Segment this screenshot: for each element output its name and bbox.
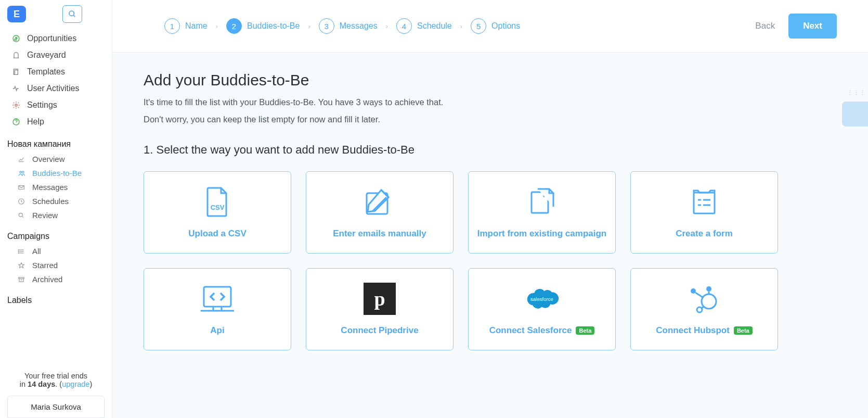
section-title: 1. Select the way you want to add new Bu… <box>144 143 837 157</box>
step-label: Name <box>185 21 208 31</box>
hubspot-icon <box>688 283 720 315</box>
nav-label: Starred <box>32 261 58 270</box>
card-enter-manually[interactable]: Enter emails manually <box>306 171 454 254</box>
campaign-nav-review[interactable]: Review <box>0 208 112 222</box>
campaigns-nav-starred[interactable]: Starred <box>0 258 112 272</box>
svg-rect-27 <box>204 287 231 307</box>
svg-rect-4 <box>15 70 18 75</box>
campaign-nav-schedules[interactable]: Schedules <box>0 194 112 208</box>
nav-graveyard[interactable]: Graveyard <box>0 47 112 64</box>
activity-icon <box>11 84 21 93</box>
side-tab[interactable] <box>842 102 868 126</box>
svg-point-11 <box>19 213 22 217</box>
nav-label: Buddies-to-Be <box>32 169 82 178</box>
step-num: 1 <box>164 18 180 34</box>
svg-line-34 <box>695 293 703 297</box>
campaigns-nav-archived[interactable]: Archived <box>0 272 112 286</box>
step-schedule[interactable]: 4Schedule <box>396 18 452 34</box>
card-upload-csv[interactable]: CSV Upload a CSV <box>144 171 291 254</box>
campaigns-nav-all[interactable]: All <box>0 244 112 258</box>
upgrade-link[interactable]: upgrade <box>62 380 89 388</box>
edit-icon <box>361 186 398 218</box>
nav-label: Opportunities <box>27 34 76 43</box>
chevron-right-icon: › <box>386 22 388 30</box>
step-num: 2 <box>226 18 242 34</box>
nav-user-activities[interactable]: User Activities <box>0 80 112 97</box>
topbar: 1Name › 2Buddies-to-Be › 3Messages › 4Sc… <box>112 0 868 53</box>
page-description-1: It's time to fill the list with your Bud… <box>144 97 837 107</box>
csv-file-icon: CSV <box>204 186 230 218</box>
nav-label: Help <box>27 117 44 126</box>
nav-settings[interactable]: Settings <box>0 97 112 113</box>
card-label: Connect HubspotBeta <box>656 325 753 336</box>
card-label: Connect Pipedrive <box>341 325 418 336</box>
step-label: Messages <box>340 21 378 31</box>
nav-label: Templates <box>27 67 65 77</box>
svg-point-0 <box>69 11 74 16</box>
card-label: Create a form <box>676 229 733 239</box>
card-pipedrive[interactable]: p Connect Pipedrive <box>306 268 454 350</box>
trial-notice: Your free trial ends in 14 days. (upgrad… <box>0 365 112 388</box>
card-salesforce[interactable]: salesforce Connect SalesforceBeta <box>468 268 616 350</box>
step-options[interactable]: 5Options <box>471 18 520 34</box>
svg-line-35 <box>701 307 704 309</box>
form-icon <box>690 186 719 218</box>
step-buddies[interactable]: 2Buddies-to-Be <box>226 18 300 34</box>
nav-label: All <box>32 247 41 256</box>
help-icon <box>11 118 21 126</box>
nav-label: User Activities <box>27 84 79 93</box>
campaign-nav-buddies[interactable]: Buddies-to-Be <box>0 166 112 180</box>
logo[interactable]: E <box>7 6 26 22</box>
nav-help[interactable]: Help <box>0 113 112 130</box>
templates-icon <box>11 68 21 76</box>
step-messages[interactable]: 3Messages <box>319 18 378 34</box>
main-nav: Opportunities Graveyard Templates User A… <box>0 30 112 130</box>
card-label: Import from existing campaign <box>477 229 606 239</box>
main: 1Name › 2Buddies-to-Be › 3Messages › 4Sc… <box>112 0 868 418</box>
next-button[interactable]: Next <box>788 14 837 39</box>
back-button[interactable]: Back <box>755 21 775 31</box>
svg-text:salesforce: salesforce <box>530 296 553 302</box>
beta-badge: Beta <box>576 326 594 335</box>
card-label: Connect SalesforceBeta <box>489 325 595 336</box>
nav-label: Archived <box>32 275 62 284</box>
campaign-nav-overview[interactable]: Overview <box>0 152 112 166</box>
card-api[interactable]: Api <box>144 268 291 350</box>
card-create-form[interactable]: Create a form <box>630 171 778 254</box>
labels-section-title: Labels <box>0 286 112 308</box>
search-button[interactable] <box>62 5 82 23</box>
nav-label: Settings <box>27 100 57 110</box>
step-num: 5 <box>471 18 486 34</box>
svg-point-5 <box>15 104 17 106</box>
step-num: 3 <box>319 18 334 34</box>
svg-rect-19 <box>19 277 24 278</box>
nav-label: Messages <box>32 183 68 192</box>
card-label: Upload a CSV <box>188 229 246 239</box>
salesforce-icon: salesforce <box>523 283 561 315</box>
nav-label: Graveyard <box>27 50 66 60</box>
chevron-right-icon: › <box>460 22 462 30</box>
nav-label: Overview <box>32 155 65 163</box>
card-import-campaign[interactable]: Import from existing campaign <box>468 171 616 254</box>
nav-opportunities[interactable]: Opportunities <box>0 30 112 47</box>
clock-icon <box>18 198 26 205</box>
card-hubspot[interactable]: Connect HubspotBeta <box>630 268 778 350</box>
archive-icon <box>18 276 26 283</box>
svg-line-1 <box>73 15 75 17</box>
chevron-right-icon: › <box>216 22 218 30</box>
list-icon <box>18 248 26 255</box>
page-description-2: Don't worry, you can keep the list empty… <box>144 115 837 124</box>
nav-label: Schedules <box>32 197 69 206</box>
grave-icon <box>11 51 21 59</box>
chart-icon <box>18 156 26 163</box>
user-menu[interactable]: Maria Surkova <box>7 396 105 418</box>
nav-label: Review <box>32 211 58 220</box>
svg-point-18 <box>18 252 19 253</box>
nav-templates[interactable]: Templates <box>0 64 112 80</box>
step-name[interactable]: 1Name <box>164 18 208 34</box>
mail-icon <box>18 184 26 191</box>
search-small-icon <box>18 212 26 219</box>
campaign-nav: Overview Buddies-to-Be Messages Schedule… <box>0 152 112 222</box>
step-label: Buddies-to-Be <box>247 21 300 31</box>
campaign-nav-messages[interactable]: Messages <box>0 180 112 194</box>
